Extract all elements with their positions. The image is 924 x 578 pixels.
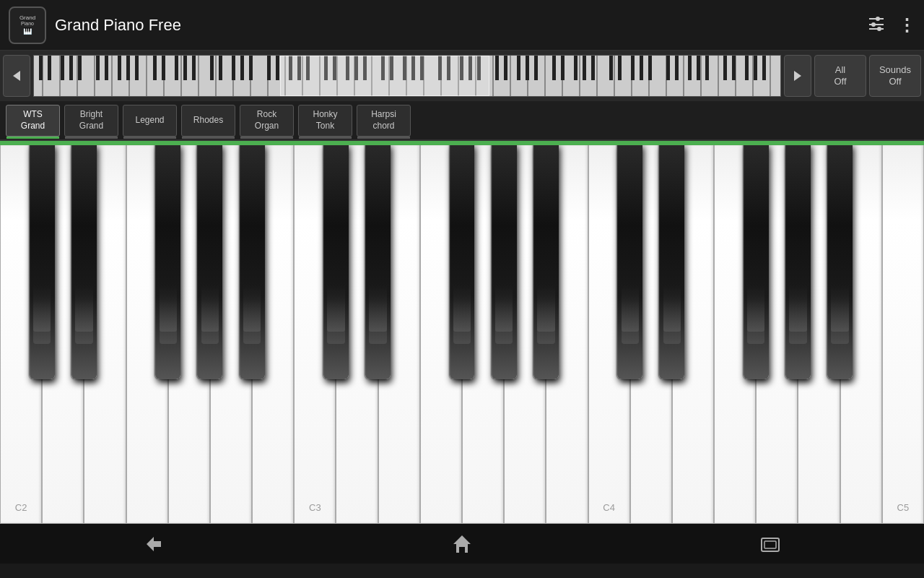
app-logo[interactable]: Grand Piano 🎹 <box>9 7 46 44</box>
black-key[interactable] <box>30 143 55 379</box>
mini-keyboard[interactable]: // This runs inline for mini keyboard re… <box>33 55 781 97</box>
black-key[interactable] <box>744 143 769 379</box>
tab-honky-tonk[interactable]: Honky Tonk <box>298 105 352 137</box>
svg-marker-6 <box>13 71 20 81</box>
instrument-tabs: WTS Grand Bright Grand Legend Rhodes Roc… <box>0 101 924 141</box>
note-label: C3 <box>309 502 321 513</box>
svg-point-3 <box>871 22 876 27</box>
tab-harpsichord[interactable]: Harpsi chord <box>357 105 411 137</box>
black-key[interactable] <box>450 143 475 379</box>
right-buttons: All Off Sounds Off <box>784 55 921 97</box>
home-button[interactable] <box>449 531 475 557</box>
menu-icon[interactable]: ⋮ <box>898 15 915 35</box>
scroll-left-button[interactable] <box>3 55 30 97</box>
tab-rock-organ[interactable]: Rock Organ <box>240 105 294 137</box>
svg-marker-8 <box>453 535 471 553</box>
black-key[interactable] <box>155 143 180 379</box>
tab-rhodes[interactable]: Rhodes <box>181 105 235 137</box>
tab-legend[interactable]: Legend <box>123 105 177 137</box>
mixer-icon[interactable] <box>866 13 886 37</box>
black-key[interactable] <box>617 143 642 379</box>
scroll-right-button[interactable] <box>784 55 811 97</box>
note-label: C5 <box>897 502 910 513</box>
piano-container: C2C3C4C5 <box>0 141 924 524</box>
note-label: C2 <box>15 502 27 513</box>
nav-bar <box>0 524 924 564</box>
black-key[interactable] <box>785 143 811 379</box>
black-key[interactable] <box>827 143 853 379</box>
black-key[interactable] <box>71 143 97 379</box>
back-button[interactable] <box>141 531 167 557</box>
app-title: Grand Piano Free <box>55 16 866 35</box>
black-key[interactable] <box>492 143 517 379</box>
white-key[interactable]: C5 <box>882 143 924 524</box>
header-controls: ⋮ <box>866 13 915 37</box>
sounds-off-button[interactable]: Sounds Off <box>869 55 921 97</box>
svg-marker-7 <box>794 71 801 81</box>
black-key[interactable] <box>533 143 559 379</box>
note-label: C4 <box>603 502 615 513</box>
all-off-button[interactable]: All Off <box>814 55 866 97</box>
svg-rect-10 <box>764 541 776 548</box>
black-key[interactable] <box>659 143 684 379</box>
piano-top-border <box>0 143 924 145</box>
svg-point-5 <box>877 27 881 31</box>
tab-wts-grand[interactable]: WTS Grand <box>6 105 60 137</box>
black-key[interactable] <box>197 143 222 379</box>
black-key[interactable] <box>240 143 265 379</box>
svg-point-1 <box>876 17 880 21</box>
recent-apps-button[interactable] <box>757 531 783 557</box>
app-logo-text: Grand Piano 🎹 <box>19 14 35 36</box>
tab-bright-grand[interactable]: Bright Grand <box>64 105 118 137</box>
mini-keyboard-bar: // This runs inline for mini keyboard re… <box>0 51 924 101</box>
black-key[interactable] <box>365 143 391 379</box>
black-key[interactable] <box>323 143 349 379</box>
app-header: Grand Piano 🎹 Grand Piano Free ⋮ <box>0 0 924 51</box>
piano-keys[interactable]: C2C3C4C5 <box>0 143 924 524</box>
